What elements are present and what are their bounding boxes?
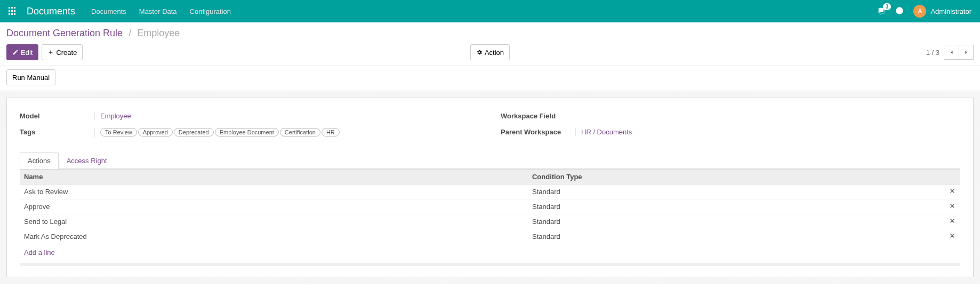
tab-access-right[interactable]: Access Right — [59, 152, 115, 169]
pager-next[interactable] — [959, 45, 974, 60]
tag-pill[interactable]: To Review — [100, 128, 137, 137]
model-label: Model — [20, 112, 94, 120]
add-line[interactable]: Add a line — [20, 244, 960, 261]
brand-title[interactable]: Documents — [27, 6, 75, 17]
tag-pill[interactable]: Employee Document — [215, 128, 279, 137]
create-button[interactable]: Create — [42, 44, 83, 60]
tag-pill[interactable]: Certification — [280, 128, 320, 137]
delete-row-icon[interactable] — [944, 214, 960, 229]
row-condition: Standard — [528, 199, 944, 214]
action-button-label: Action — [485, 49, 504, 57]
delete-row-icon[interactable] — [944, 229, 960, 244]
user-name: Administrator — [930, 7, 971, 15]
pager-prev[interactable] — [944, 45, 959, 60]
tag-pill[interactable]: Approved — [138, 128, 173, 137]
row-condition: Standard — [528, 184, 944, 199]
apps-icon[interactable] — [9, 7, 17, 15]
model-value[interactable]: Employee — [100, 112, 131, 120]
user-menu[interactable]: A Administrator — [913, 5, 971, 18]
breadcrumb-current: Employee — [137, 28, 180, 38]
breadcrumb: Document Generation Rule / Employee — [6, 28, 974, 39]
parent-workspace-label: Parent Workspace — [501, 128, 575, 136]
nav-link-configuration[interactable]: Configuration — [190, 7, 231, 15]
workspace-field-label: Workspace Field — [501, 112, 575, 120]
delete-row-icon[interactable] — [944, 199, 960, 214]
parent-workspace-value[interactable]: HR / Documents — [581, 128, 632, 136]
chat-badge: 3 — [883, 3, 891, 10]
breadcrumb-parent[interactable]: Document Generation Rule — [6, 28, 123, 38]
row-name: Ask to Review — [20, 184, 528, 199]
chat-icon[interactable]: 3 — [877, 6, 886, 17]
activity-icon[interactable] — [895, 6, 904, 17]
table-footer-bar — [20, 263, 960, 266]
tags-label: Tags — [20, 128, 94, 136]
table-row[interactable]: Send to LegalStandard — [20, 214, 960, 229]
delete-row-icon[interactable] — [944, 184, 960, 199]
row-name: Mark As Deprecated — [20, 229, 528, 244]
tag-pill[interactable]: HR — [322, 128, 340, 137]
table-row[interactable]: Mark As DeprecatedStandard — [20, 229, 960, 244]
row-condition: Standard — [528, 229, 944, 244]
top-navbar: Documents Documents Master Data Configur… — [0, 0, 980, 22]
nav-link-documents[interactable]: Documents — [91, 7, 126, 15]
form-sheet: Model Employee Tags To ReviewApprovedDep… — [6, 98, 974, 277]
run-manual-label: Run Manual — [12, 74, 50, 82]
actions-table: Name Condition Type Ask to ReviewStandar… — [20, 169, 960, 244]
tab-actions[interactable]: Actions — [20, 152, 59, 169]
pager-text: 1 / 3 — [926, 49, 939, 57]
col-name: Name — [20, 170, 528, 184]
tag-pill[interactable]: Deprecated — [174, 128, 214, 137]
breadcrumb-separator: / — [128, 28, 131, 38]
avatar: A — [913, 5, 926, 18]
table-row[interactable]: ApproveStandard — [20, 199, 960, 214]
table-row[interactable]: Ask to ReviewStandard — [20, 184, 960, 199]
nav-link-master-data[interactable]: Master Data — [139, 7, 177, 15]
row-name: Approve — [20, 199, 528, 214]
create-button-label: Create — [56, 49, 77, 57]
tags-container: To ReviewApprovedDeprecatedEmployee Docu… — [94, 128, 479, 138]
edit-button[interactable]: Edit — [6, 44, 38, 60]
row-condition: Standard — [528, 214, 944, 229]
edit-button-label: Edit — [21, 49, 33, 57]
action-button[interactable]: Action — [470, 44, 510, 60]
run-manual-button[interactable]: Run Manual — [6, 69, 55, 85]
row-name: Send to Legal — [20, 214, 528, 229]
col-condition: Condition Type — [528, 170, 944, 184]
